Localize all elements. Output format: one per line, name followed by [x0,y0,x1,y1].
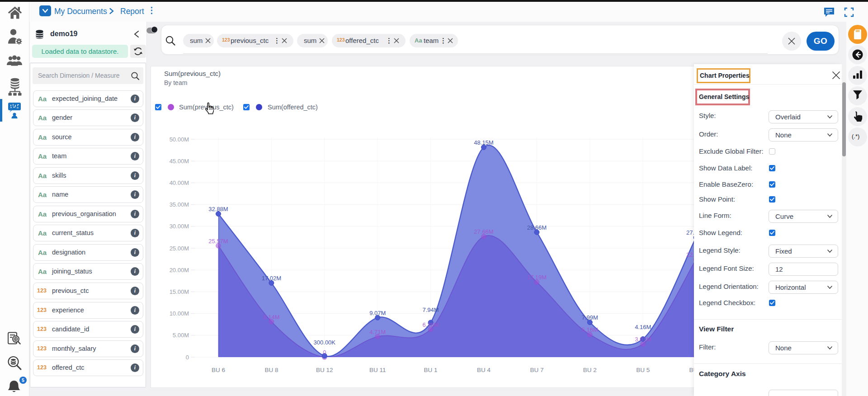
svg-text:17.02M: 17.02M [262,275,281,282]
svg-text:BU 4: BU 4 [477,367,491,373]
svg-text:BU 1: BU 1 [424,367,438,373]
svg-text:48.15M: 48.15M [474,139,493,146]
svg-text:4.71M: 4.71M [369,329,386,335]
svg-text:3.01M: 3.01M [635,336,651,343]
svg-text:BU 7: BU 7 [530,367,543,373]
svg-text:25.57M: 25.57M [208,238,228,245]
svg-text:5.16M: 5.16M [582,326,598,333]
svg-text:40.00M: 40.00M [170,179,189,186]
svg-text:20.00M: 20.00M [170,267,189,273]
svg-text:4.16M: 4.16M [635,324,651,330]
svg-text:7.99M: 7.99M [582,314,598,321]
svg-text:35.00M: 35.00M [170,201,189,208]
svg-text:BU 2: BU 2 [583,367,597,373]
svg-text:28.66M: 28.66M [527,224,547,231]
svg-text:BU 5: BU 5 [636,367,650,373]
svg-text:0: 0 [323,349,326,356]
svg-text:300.00K: 300.00K [314,339,336,346]
svg-text:BU 6: BU 6 [212,367,225,373]
svg-text:9.07M: 9.07M [369,310,386,316]
svg-text:BU 11: BU 11 [369,367,386,373]
svg-text:27.66M: 27.66M [474,228,493,235]
svg-text:6.36M: 6.36M [423,321,439,328]
svg-text:32.88M: 32.88M [208,206,228,212]
svg-text:7.94M: 7.94M [423,306,439,313]
svg-text:5.00M: 5.00M [173,332,189,339]
svg-text:BU 12: BU 12 [316,367,333,373]
svg-text:25.00M: 25.00M [170,245,189,252]
svg-text:0: 0 [186,354,189,361]
svg-text:15.00M: 15.00M [170,288,189,295]
svg-text:BU 8: BU 8 [264,367,278,373]
svg-text:10.00M: 10.00M [170,310,189,317]
svg-text:8.14M: 8.14M [263,314,279,321]
svg-text:30.00M: 30.00M [170,223,189,230]
svg-text:50.00M: 50.00M [170,136,189,143]
svg-text:45.00M: 45.00M [170,158,189,165]
svg-text:17.19M: 17.19M [527,274,547,281]
